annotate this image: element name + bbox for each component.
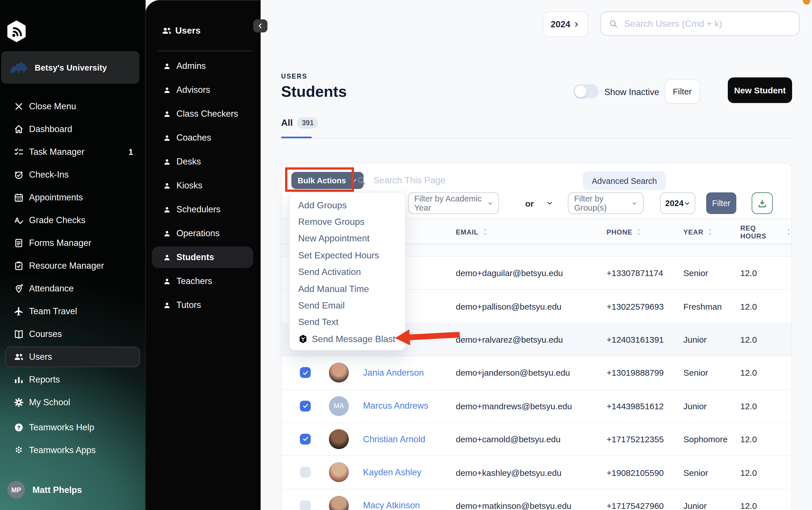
row-checkbox[interactable] xyxy=(300,467,311,478)
nav-icon xyxy=(13,445,24,455)
sidebar-nav-item[interactable]: Users xyxy=(0,345,145,368)
sidebar-nav-item[interactable]: Reports xyxy=(0,368,145,391)
person-icon xyxy=(163,181,171,190)
row-checkbox[interactable] xyxy=(300,367,311,378)
student-name-link[interactable]: Jania Anderson xyxy=(363,356,424,389)
year-cell: Freshman xyxy=(684,290,722,323)
row-checkbox[interactable] xyxy=(300,434,311,445)
table-row: MA Marcus Andrews demo+mandrews@betsyu.e… xyxy=(282,389,791,422)
bulk-actions-menu-item[interactable]: Send Email xyxy=(290,298,405,314)
nav-icon xyxy=(13,329,24,339)
org-switcher[interactable]: Betsy's University xyxy=(1,51,139,84)
current-user[interactable]: MP Matt Phelps xyxy=(7,481,82,499)
menu-item-label: Remove Groups xyxy=(298,217,365,227)
user-type-item[interactable]: Schedulers xyxy=(146,198,261,221)
global-search-input[interactable] xyxy=(623,18,791,29)
global-search[interactable] xyxy=(600,11,800,36)
student-name-link[interactable]: Marcus Andrews xyxy=(363,390,428,422)
academic-year-filter-select[interactable]: Filter by Academic Year xyxy=(408,192,499,214)
row-checkbox[interactable] xyxy=(300,400,311,411)
bulk-actions-menu-item[interactable]: Set Expected Hours xyxy=(290,247,405,264)
bulk-actions-menu-item[interactable]: New Appointment xyxy=(290,230,405,247)
sort-icon[interactable] xyxy=(786,228,791,236)
bulk-actions-menu-item[interactable]: Add Groups xyxy=(290,197,405,214)
phone-cell: +13022579693 xyxy=(607,290,664,323)
user-type-item[interactable]: Kiosks xyxy=(146,174,261,198)
user-type-item[interactable]: Coaches xyxy=(146,126,261,150)
advanced-search-button[interactable]: Advanced Search xyxy=(583,171,666,190)
bulk-actions-menu-item[interactable]: Add Manual Time xyxy=(290,281,405,298)
show-inactive-toggle[interactable] xyxy=(574,84,599,98)
bulk-actions-menu-item[interactable]: Send Activation xyxy=(290,264,405,281)
sort-icon[interactable] xyxy=(707,228,713,236)
sort-icon[interactable] xyxy=(636,228,642,236)
email-cell: demo+mandrews@betsyu.edu xyxy=(456,390,572,422)
user-type-item[interactable]: Students xyxy=(146,245,261,269)
avatar xyxy=(329,462,349,482)
table-search-input[interactable] xyxy=(372,175,545,186)
sidebar-nav-item[interactable]: Teamworks Help xyxy=(0,416,145,439)
sidebar: Betsy's University Close Menu Dashboard … xyxy=(0,0,146,510)
bulk-actions-menu-item[interactable]: Send Text xyxy=(290,314,405,331)
column-header-req-hours[interactable]: REQ HOURS xyxy=(740,219,791,245)
active-tab-underline xyxy=(281,137,312,138)
student-name-link[interactable]: Macy Atkinson xyxy=(363,489,420,510)
sidebar-nav-item[interactable]: Task Manager 1 xyxy=(0,141,145,163)
filter-operator-select[interactable]: or xyxy=(525,192,553,214)
bulk-actions-menu-item[interactable]: Send Message Blast xyxy=(290,331,405,347)
user-type-item[interactable]: Desks xyxy=(146,150,261,174)
table-search[interactable] xyxy=(357,171,545,190)
chevron-left-icon xyxy=(257,22,264,30)
sidebar-nav-item[interactable]: Close Menu xyxy=(0,95,145,118)
nav-label: Teamworks Apps xyxy=(29,445,95,455)
sort-icon[interactable] xyxy=(482,228,488,236)
nav-label: My School xyxy=(29,397,70,407)
menu-item-label: Send Message Blast xyxy=(312,334,396,344)
sidebar-nav-item[interactable]: My School xyxy=(0,391,145,414)
sidebar-nav-item[interactable]: Grade Checks xyxy=(0,209,145,232)
user-type-item[interactable]: Class Checkers xyxy=(146,102,261,126)
year-value: 2024 xyxy=(551,19,571,29)
page-filter-button[interactable]: Filter xyxy=(665,79,700,104)
row-checkbox[interactable] xyxy=(300,500,311,510)
nav-label: Forms Manager xyxy=(29,238,91,248)
user-type-item[interactable]: Admins xyxy=(146,54,261,78)
user-type-item[interactable]: Advisors xyxy=(146,78,261,102)
student-name-link[interactable]: Kayden Ashley xyxy=(363,456,422,489)
sidebar-nav-item[interactable]: Forms Manager xyxy=(0,232,145,254)
nav-icon xyxy=(13,215,24,225)
group-filter-select[interactable]: Filter by Group(s) xyxy=(568,192,644,214)
column-header-year[interactable]: YEAR xyxy=(684,219,713,245)
year-cell: Sophomore xyxy=(684,423,727,456)
sidebar-nav-item[interactable]: Resource Manager xyxy=(0,254,145,277)
sidebar-nav-item[interactable]: Attendance xyxy=(0,277,145,300)
export-download-button[interactable] xyxy=(752,192,773,214)
year-selector-button[interactable]: 2024 xyxy=(543,11,588,37)
sidebar-nav-item[interactable]: Dashboard xyxy=(0,118,145,141)
message-blast-icon xyxy=(298,334,308,344)
user-type-item[interactable]: Tutors xyxy=(146,293,261,317)
column-header-phone[interactable]: PHONE xyxy=(607,219,642,245)
column-header-email[interactable]: EMAIL xyxy=(456,219,488,245)
person-icon xyxy=(163,110,171,118)
nav-icon xyxy=(13,306,24,316)
year-filter-select[interactable]: 2024 xyxy=(660,192,695,214)
apply-filter-button[interactable]: Filter xyxy=(706,192,736,214)
sidebar-nav-item[interactable]: Team Travel xyxy=(0,300,145,323)
tab-all[interactable]: All 391 xyxy=(281,117,318,129)
sidebar-nav-item[interactable]: Appointments xyxy=(0,186,145,209)
chevron-down-icon xyxy=(546,200,553,207)
student-name-link[interactable]: Christian Arnold xyxy=(363,423,425,456)
sidebar-nav-item[interactable]: Teamworks Apps xyxy=(0,439,145,462)
table-row: Jania Anderson demo+janderson@betsyu.edu… xyxy=(282,356,791,389)
user-type-item[interactable]: Teachers xyxy=(146,269,261,293)
collapse-sidebar-button[interactable] xyxy=(253,19,267,32)
new-student-button[interactable]: New Student xyxy=(728,78,792,103)
sidebar-nav-item[interactable]: Courses xyxy=(0,323,145,345)
user-type-item[interactable]: Operations xyxy=(146,221,261,245)
bulk-actions-menu-item[interactable]: Remove Groups xyxy=(290,214,405,230)
teamworks-logo-icon[interactable] xyxy=(7,20,26,43)
email-cell: demo+daguilar@betsyu.edu xyxy=(456,257,563,289)
year-cell: Junior xyxy=(684,323,707,356)
sidebar-nav-item[interactable]: Check-Ins xyxy=(0,163,145,186)
